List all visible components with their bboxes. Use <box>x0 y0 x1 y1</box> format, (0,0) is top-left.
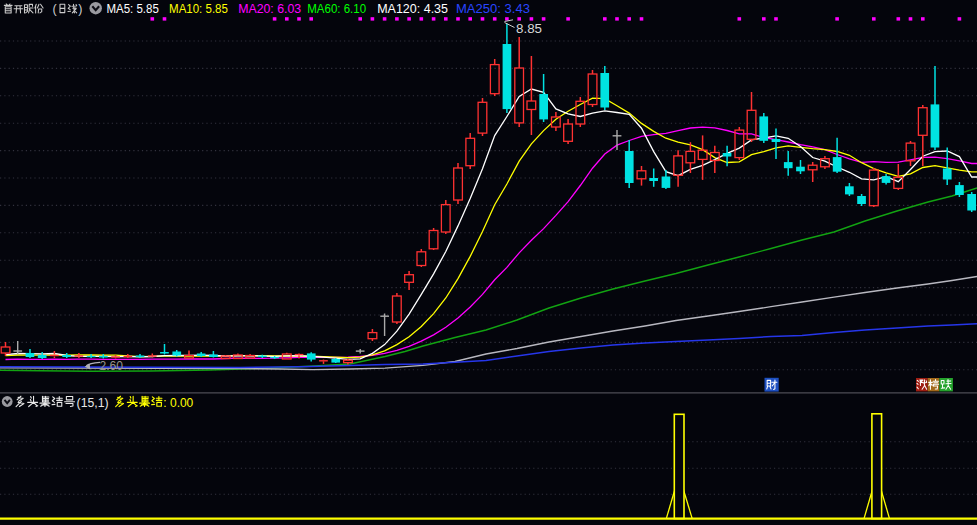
svg-text:2.60: 2.60 <box>100 359 124 373</box>
svg-text:MA20: 6.03: MA20: 6.03 <box>238 1 301 16</box>
svg-text:MA60: 6.10: MA60: 6.10 <box>307 1 366 16</box>
svg-text:): ) <box>78 2 82 16</box>
svg-text:MA250: 3.43: MA250: 3.43 <box>456 1 530 16</box>
svg-text:MA120: 4.35: MA120: 4.35 <box>377 1 448 16</box>
svg-text:(15,1): (15,1) <box>77 396 109 410</box>
svg-text:MA10: 5.85: MA10: 5.85 <box>169 1 228 16</box>
svg-text:: 0.00: : 0.00 <box>163 396 193 410</box>
svg-text:8.85: 8.85 <box>516 22 542 36</box>
svg-text:MA5: 5.85: MA5: 5.85 <box>106 1 158 16</box>
